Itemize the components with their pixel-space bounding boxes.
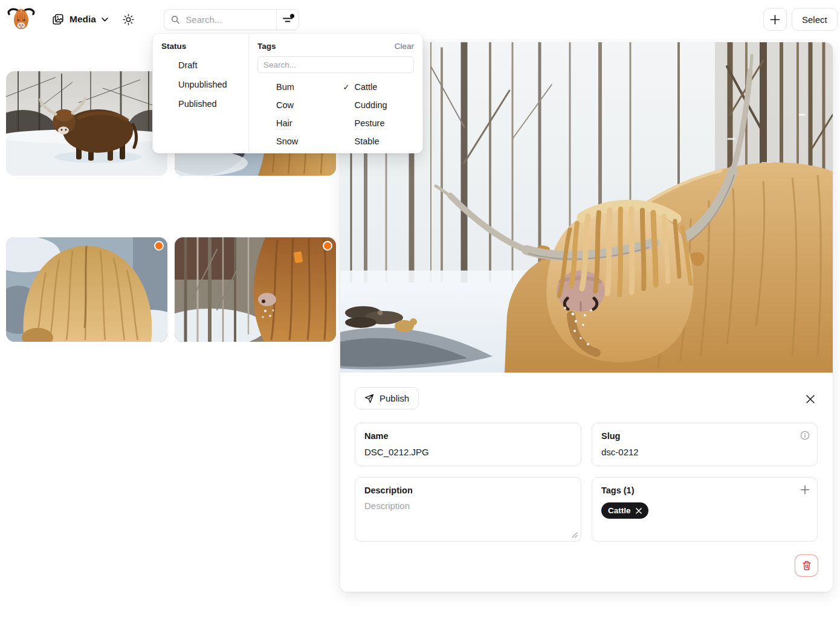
media-thumbnail[interactable] xyxy=(175,237,336,342)
thumbnail-image xyxy=(6,71,167,176)
tag-chip-list: Cattle xyxy=(601,502,808,519)
tag-option-label: Snow xyxy=(276,136,298,146)
tag-option-hair[interactable]: Hair xyxy=(257,118,336,128)
delete-media-button[interactable] xyxy=(795,554,818,577)
name-field-value[interactable]: DSC_0212.JPG xyxy=(364,447,572,457)
filter-dropdown: Status DraftUnpublishedPublished Tags Cl… xyxy=(152,33,423,153)
description-field-card[interactable]: Description xyxy=(355,477,581,542)
app-window: Media xyxy=(0,0,840,625)
select-button[interactable]: Select xyxy=(792,8,838,31)
search-bar xyxy=(164,9,299,30)
tag-option-label: Stable xyxy=(355,136,380,146)
thumbnail-image xyxy=(6,237,167,342)
tag-option-label: Cudding xyxy=(355,100,387,110)
tag-chip-label: Cattle xyxy=(608,506,631,515)
status-option-draft[interactable]: Draft xyxy=(161,56,240,75)
tag-option-cow[interactable]: Cow xyxy=(257,100,336,110)
slug-field-card[interactable]: Slug dsc-0212 xyxy=(592,423,818,466)
highland-cattle-logo-icon xyxy=(7,4,35,32)
resize-handle[interactable] xyxy=(572,532,578,538)
search-input[interactable] xyxy=(184,14,270,25)
name-field-label: Name xyxy=(364,431,572,441)
tags-field-card[interactable]: Tags (1) Cattle xyxy=(592,477,818,542)
status-dot xyxy=(323,241,332,251)
tags-field-label: Tags (1) xyxy=(601,486,808,495)
tag-option-snow[interactable]: Snow xyxy=(257,136,336,146)
add-tag-button[interactable] xyxy=(800,485,810,495)
images-icon xyxy=(52,13,64,25)
publish-label: Publish xyxy=(380,393,409,403)
check-icon: ✓ xyxy=(341,83,352,92)
media-menu-button[interactable]: Media xyxy=(48,9,112,30)
search-icon xyxy=(171,14,179,25)
tag-option-label: Cow xyxy=(276,100,294,110)
tag-option-label: Hair xyxy=(276,118,292,128)
name-field-card[interactable]: Name DSC_0212.JPG xyxy=(355,423,581,466)
status-filter-section: Status DraftUnpublishedPublished xyxy=(153,34,249,153)
plus-icon xyxy=(770,14,780,25)
tags-section-title: Tags xyxy=(257,42,276,51)
tag-option-label: Bum xyxy=(276,82,294,92)
remove-tag-icon[interactable] xyxy=(636,508,642,514)
slug-field-label: Slug xyxy=(601,431,808,441)
trash-icon xyxy=(802,560,812,571)
slug-info-icon[interactable] xyxy=(800,431,810,440)
top-bar: Media xyxy=(0,0,840,39)
tag-chip[interactable]: Cattle xyxy=(601,502,648,519)
thumbnail-image xyxy=(175,237,336,342)
clear-filters-link[interactable]: Clear xyxy=(395,42,414,51)
tag-option-cattle[interactable]: ✓Cattle xyxy=(336,82,415,92)
search-field[interactable] xyxy=(164,10,276,30)
slug-field-value[interactable]: dsc-0212 xyxy=(601,447,808,457)
chevron-down-icon xyxy=(102,18,108,22)
tag-search-input[interactable] xyxy=(257,56,414,73)
media-thumbnail[interactable] xyxy=(6,237,167,342)
tag-option-bum[interactable]: Bum xyxy=(257,82,336,92)
highland-cattle-logo xyxy=(7,4,35,32)
add-media-button[interactable] xyxy=(763,8,787,31)
sun-icon xyxy=(122,13,135,26)
close-icon xyxy=(806,395,815,403)
filter-active-dot xyxy=(290,14,294,18)
tag-option-pesture[interactable]: Pesture xyxy=(336,118,415,128)
description-field-label: Description xyxy=(364,486,572,495)
publish-button[interactable]: Publish xyxy=(355,387,419,409)
media-menu-label: Media xyxy=(69,14,96,25)
status-section-title: Status xyxy=(161,42,240,51)
tag-option-cudding[interactable]: Cudding xyxy=(336,100,415,110)
status-option-unpublished[interactable]: Unpublished xyxy=(161,75,240,94)
status-option-published[interactable]: Published xyxy=(161,94,240,114)
tag-option-stable[interactable]: Stable xyxy=(336,136,415,146)
filter-button[interactable] xyxy=(276,10,299,30)
tags-filter-section: Tags Clear BumCowHairSnow✓CattleCuddingP… xyxy=(249,34,422,153)
tag-option-label: Pesture xyxy=(355,118,385,128)
status-dot xyxy=(154,241,164,251)
tag-option-grid: BumCowHairSnow✓CattleCuddingPestureStabl… xyxy=(257,78,414,150)
send-icon xyxy=(364,394,374,403)
tag-option-label: Cattle xyxy=(355,82,378,92)
description-input[interactable] xyxy=(364,501,572,532)
theme-toggle-button[interactable] xyxy=(120,11,137,28)
media-thumbnail[interactable] xyxy=(6,71,167,176)
close-panel-button[interactable] xyxy=(804,393,817,406)
status-option-list: DraftUnpublishedPublished xyxy=(161,56,240,114)
